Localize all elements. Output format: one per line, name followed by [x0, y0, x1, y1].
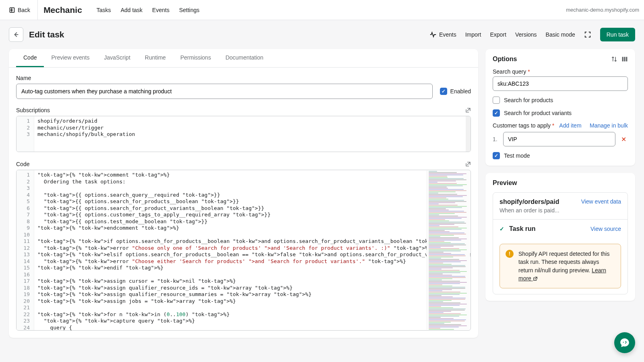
sort-arrows-icon [611, 56, 617, 62]
brand-title[interactable]: Mechanic [43, 5, 82, 15]
action-export[interactable]: Export [490, 31, 506, 38]
delete-tag-icon[interactable]: ✕ [619, 136, 628, 143]
tab-permissions[interactable]: Permissions [173, 49, 218, 67]
options-card: Options Search query * Search for produc… [485, 49, 635, 166]
sort-icon[interactable] [611, 56, 617, 62]
options-title: Options [493, 56, 517, 63]
code-label: Code [16, 161, 29, 167]
search-query-input[interactable] [493, 76, 628, 91]
task-run-label: Task run [509, 225, 586, 232]
external-link-icon [533, 276, 538, 281]
preview-desc: When an order is paid... [500, 207, 559, 214]
banner-text: Shopify API request detected for this ta… [518, 250, 615, 282]
enabled-label: Enabled [450, 88, 471, 95]
action-events[interactable]: Events [429, 31, 456, 38]
activity-icon [429, 31, 437, 38]
svg-rect-3 [626, 57, 627, 61]
enabled-checkbox[interactable] [440, 88, 447, 95]
minimap[interactable] [427, 171, 470, 330]
search-query-label: Search query * [493, 68, 628, 75]
manage-bulk-link[interactable]: Manage in bulk [590, 122, 628, 129]
tabs: Code Preview events JavaScript Runtime P… [9, 49, 478, 68]
test-mode-checkbox[interactable] [493, 152, 500, 159]
subscriptions-label: Subscriptions [16, 107, 50, 113]
tags-label: Customer tags to apply * [493, 122, 554, 129]
external-icon [465, 107, 471, 113]
search-variants-checkbox[interactable] [493, 109, 500, 117]
run-task-button[interactable]: Run task [600, 28, 635, 41]
gutter: 123456789101112131415161718192021222324 [17, 170, 34, 330]
add-item-link[interactable]: Add item [559, 122, 581, 129]
svg-rect-1 [622, 57, 623, 61]
array-index: 1. [493, 136, 499, 142]
test-mode-label: Test mode [504, 152, 530, 159]
nav-tasks[interactable]: Tasks [97, 7, 111, 13]
nav-settings[interactable]: Settings [179, 7, 200, 13]
search-products-label: Search for products [504, 97, 553, 103]
view-event-data-link[interactable]: View event data [581, 198, 621, 205]
expand-code-icon[interactable] [465, 161, 471, 167]
columns-icon [621, 56, 628, 62]
form-body: Name Enabled Subscriptions 123 shopify/o… [9, 68, 478, 338]
warning-banner: ! Shopify API request detected for this … [500, 244, 621, 288]
scrollbar[interactable] [466, 116, 471, 152]
subscriptions-editor[interactable]: 123 shopify/orders/paidmechanic/user/tri… [16, 116, 471, 152]
code-area[interactable]: "tok-tag">{% "tok-kw">comment "tok-tag">… [34, 170, 471, 330]
warning-icon: ! [506, 250, 514, 258]
tab-documentation[interactable]: Documentation [218, 49, 270, 67]
preview-card: Preview shopify/orders/paid When an orde… [485, 173, 635, 301]
tab-code[interactable]: Code [16, 49, 44, 67]
tab-runtime[interactable]: Runtime [138, 49, 173, 67]
back-exit-icon [9, 7, 15, 13]
tab-javascript[interactable]: JavaScript [97, 49, 137, 67]
name-label: Name [16, 75, 471, 81]
page-header: Edit task Events Import Export Versions … [0, 20, 644, 49]
expand-subscriptions-icon[interactable] [465, 107, 471, 113]
chat-icon [619, 337, 630, 347]
topbar: Back Mechanic Tasks Add task Events Sett… [0, 0, 644, 20]
name-input[interactable] [16, 84, 433, 99]
tab-preview-events[interactable]: Preview events [44, 49, 97, 67]
task-card: Code Preview events JavaScript Runtime P… [9, 49, 478, 338]
right-column: Options Search query * Search for produc… [485, 49, 635, 301]
search-products-checkbox[interactable] [493, 97, 500, 104]
svg-point-4 [623, 342, 624, 343]
code-area[interactable]: shopify/orders/paidmechanic/user/trigger… [34, 116, 471, 152]
svg-rect-2 [624, 57, 625, 61]
check-icon: ✓ [500, 226, 504, 232]
action-versions[interactable]: Versions [515, 31, 537, 38]
action-basic-mode[interactable]: Basic mode [546, 31, 575, 38]
action-fullscreen[interactable] [584, 31, 591, 38]
preview-inner: shopify/orders/paid When an order is pai… [493, 192, 628, 294]
nav-add-task[interactable]: Add task [121, 7, 142, 13]
arrow-left-icon [12, 31, 20, 38]
back-button[interactable]: Back [5, 4, 34, 16]
page-title: Edit task [29, 30, 64, 39]
view-source-link[interactable]: View source [590, 226, 621, 232]
header-actions: Events Import Export Versions Basic mode… [429, 28, 635, 41]
back-label: Back [18, 7, 30, 13]
preview-title: Preview [493, 179, 628, 187]
shop-url: mechanic-demo.myshopify.com [566, 7, 639, 13]
main: Code Preview events JavaScript Runtime P… [0, 49, 644, 347]
tag-input-1[interactable] [503, 132, 615, 146]
preview-event: shopify/orders/paid [500, 198, 559, 206]
nav-events[interactable]: Events [152, 7, 169, 13]
columns-icon[interactable] [621, 56, 628, 62]
divider [37, 0, 38, 20]
back-icon-button[interactable] [9, 27, 23, 42]
external-icon [465, 161, 471, 167]
top-nav: Tasks Add task Events Settings [97, 7, 200, 13]
gutter: 123 [17, 116, 34, 152]
code-editor[interactable]: 123456789101112131415161718192021222324 … [16, 170, 471, 331]
action-import[interactable]: Import [465, 31, 481, 38]
search-variants-label: Search for product variants [504, 110, 572, 116]
fullscreen-icon [584, 31, 591, 38]
